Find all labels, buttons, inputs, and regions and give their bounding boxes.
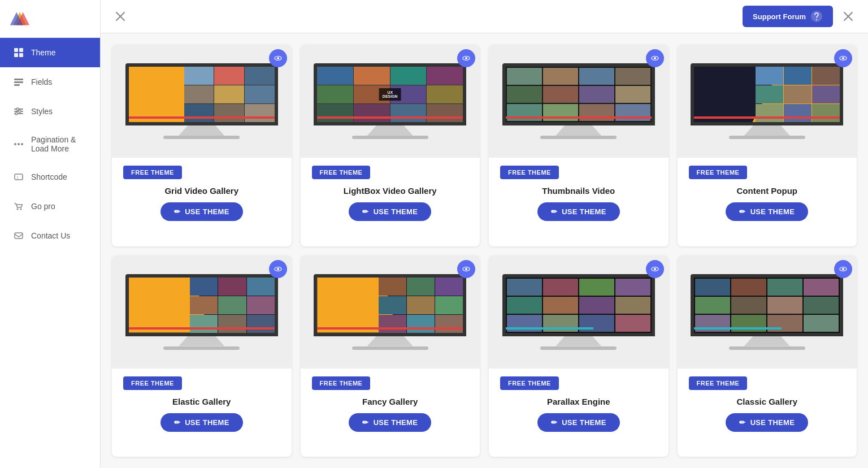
topbar-close-button[interactable]	[112, 8, 129, 25]
theme-preview-thumbnails	[489, 45, 669, 158]
preview-eye-icon[interactable]	[269, 260, 287, 278]
free-badge: FREE THEME	[500, 166, 559, 179]
use-theme-label: USE THEME	[562, 207, 606, 216]
monitor	[125, 63, 278, 139]
monitor-screen	[502, 63, 655, 125]
svg-point-35	[654, 57, 656, 59]
sidebar-item-contact-label: Contact Us	[31, 231, 70, 240]
pencil-icon: ✏	[551, 207, 557, 216]
preview-eye-icon[interactable]	[646, 49, 664, 67]
theme-card-parallax-engine: FREE THEME Parallax Engine ✏ USE THEME	[489, 255, 669, 457]
eye-icon	[839, 265, 847, 273]
sidebar-item-theme[interactable]: Theme	[0, 38, 100, 67]
pencil-icon: ✏	[362, 207, 368, 216]
svg-rect-23	[15, 233, 23, 239]
theme-name: LightBox Video Gallery	[338, 186, 442, 196]
sidebar-item-styles-label: Styles	[31, 107, 53, 116]
sidebar-item-fields-label: Fields	[31, 77, 52, 86]
monitor-screen: UXDESIGN	[314, 63, 466, 125]
screen-content	[694, 278, 840, 333]
monitor-screen	[125, 63, 278, 125]
svg-point-17	[18, 143, 20, 145]
theme-name: Classic Gallery	[731, 397, 803, 406]
pencil-icon: ✏	[551, 418, 557, 427]
svg-rect-8	[14, 81, 23, 83]
eye-icon	[839, 54, 847, 62]
preview-eye-icon[interactable]	[457, 260, 475, 278]
sidebar-item-shortcode[interactable]: [ ] Shortcode	[0, 162, 100, 192]
use-theme-button-content-popup[interactable]: ✏ USE THEME	[726, 202, 808, 221]
screen-content	[694, 67, 840, 122]
sidebar-item-gopro-label: Go pro	[31, 202, 55, 211]
sidebar-item-gopro[interactable]: Go pro	[0, 192, 100, 221]
contact-icon	[13, 230, 24, 241]
free-badge: FREE THEME	[312, 376, 371, 390]
topbar-right: Support Forum	[743, 6, 857, 27]
fields-icon	[13, 76, 24, 88]
theme-name: Content Popup	[731, 186, 803, 196]
sidebar-item-pagination[interactable]: Pagination & Load More	[0, 126, 100, 162]
preview-eye-icon[interactable]	[457, 49, 475, 67]
preview-eye-icon[interactable]	[834, 49, 852, 67]
svg-point-21	[17, 209, 19, 210]
monitor	[691, 63, 843, 139]
use-theme-label: USE THEME	[185, 207, 229, 216]
main-content: Support Forum	[101, 0, 868, 468]
close-x-icon	[843, 11, 853, 21]
pencil-icon: ✏	[174, 207, 180, 216]
support-forum-button[interactable]: Support Forum	[743, 6, 833, 27]
use-theme-button-fancy-gallery[interactable]: ✏ USE THEME	[349, 413, 431, 432]
theme-icon	[13, 47, 24, 58]
eye-icon	[462, 54, 470, 62]
free-badge: FREE THEME	[312, 166, 371, 179]
theme-preview-elastic	[112, 255, 292, 369]
use-theme-button-grid-video-gallery[interactable]: ✏ USE THEME	[160, 202, 243, 221]
svg-point-16	[14, 143, 16, 145]
theme-card-content-popup: FREE THEME Content Popup ✏ USE THEME	[678, 45, 857, 246]
theme-card-fancy-gallery: FREE THEME Fancy Gallery ✏ USE THEME	[301, 255, 480, 457]
use-theme-button-lightbox[interactable]: ✏ USE THEME	[349, 202, 431, 221]
preview-eye-icon[interactable]	[834, 260, 852, 278]
svg-point-37	[842, 57, 844, 59]
svg-point-15	[15, 112, 18, 115]
preview-eye-icon[interactable]	[269, 49, 287, 67]
svg-point-41	[465, 268, 467, 270]
theme-preview-parallax	[489, 255, 669, 369]
use-theme-label: USE THEME	[185, 418, 229, 427]
topbar: Support Forum	[101, 0, 868, 33]
svg-point-33	[465, 57, 467, 59]
sidebar-item-styles[interactable]: Styles	[0, 97, 100, 126]
support-icon	[810, 10, 823, 23]
sidebar-logo	[0, 0, 100, 38]
styles-icon	[13, 106, 24, 117]
theme-card-lightbox-video-gallery: UXDESIGN FREE THEME LightBox Video Galle…	[301, 45, 480, 246]
monitor-screen	[691, 63, 843, 125]
theme-name: Thumbnails Video	[536, 186, 620, 196]
pencil-icon: ✏	[362, 418, 368, 427]
theme-card-grid-video-gallery: FREE THEME Grid Video Gallery ✏ USE THEM…	[112, 45, 292, 246]
svg-rect-5	[14, 53, 18, 57]
svg-rect-4	[19, 48, 23, 52]
svg-rect-9	[14, 84, 20, 86]
svg-point-18	[21, 143, 23, 145]
use-theme-button-thumbnails[interactable]: ✏ USE THEME	[537, 202, 620, 221]
screen-content	[317, 278, 463, 333]
ux-design-overlay: UXDESIGN	[379, 88, 401, 101]
theme-preview-fancy	[301, 255, 480, 369]
sidebar-item-fields[interactable]: Fields	[0, 67, 100, 97]
use-theme-button-parallax-engine[interactable]: ✏ USE THEME	[537, 413, 620, 432]
use-theme-button-classic-gallery[interactable]: ✏ USE THEME	[726, 413, 808, 432]
main-close-button[interactable]	[840, 8, 857, 25]
preview-eye-icon[interactable]	[646, 260, 664, 278]
monitor: UXDESIGN	[314, 63, 466, 139]
svg-rect-6	[19, 53, 23, 57]
free-badge: FREE THEME	[500, 376, 559, 390]
screen-content	[129, 67, 275, 122]
theme-card-elastic-gallery: FREE THEME Elastic Gallery ✏ USE THEME	[112, 255, 292, 457]
use-theme-label: USE THEME	[562, 418, 606, 427]
monitor-screen	[691, 274, 843, 336]
free-badge: FREE THEME	[123, 166, 182, 179]
sidebar-item-contact[interactable]: Contact Us	[0, 221, 100, 250]
free-badge: FREE THEME	[689, 166, 748, 179]
use-theme-button-elastic-gallery[interactable]: ✏ USE THEME	[160, 413, 243, 432]
